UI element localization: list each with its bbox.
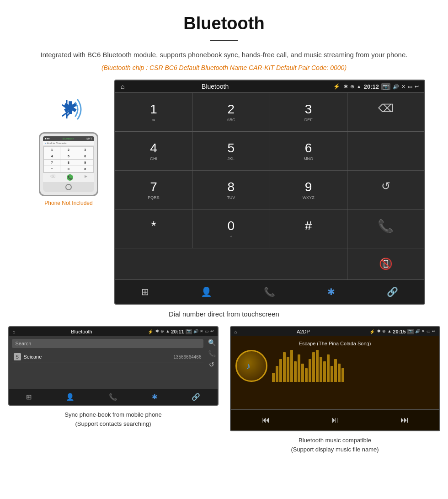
- nav-contacts-icon[interactable]: 👤: [201, 286, 212, 297]
- ms-signal-icon: ▲: [387, 329, 391, 334]
- refresh-side-icon[interactable]: ↺: [208, 361, 216, 368]
- phone-dialpad: 1 2 3 4 5 6 7 8 9 * 0 #: [43, 146, 94, 173]
- phonebook-list: Search S Seicane 13566664466: [9, 336, 206, 389]
- screen-bottom-nav: ⊞ 👤 📞 ✱ 🔗: [115, 279, 424, 304]
- eq-bar: [290, 350, 293, 382]
- contact-name: Seicane: [24, 354, 174, 359]
- music-album-area: ♪: [235, 350, 435, 382]
- pb-win-icon: ▭: [205, 329, 209, 334]
- call-side-icon[interactable]: 📞: [208, 350, 216, 357]
- dial-key-call-red[interactable]: 📵: [347, 248, 424, 279]
- eq-bar: [276, 366, 278, 382]
- album-art: ♪: [235, 350, 267, 382]
- dial-key-6[interactable]: 6MNO: [270, 132, 347, 170]
- phonebook-screen: ⌂ Bluetooth ⚡ ✱ ⊕ ▲ 20:11 📷 🔊 ✕ ▭ ↩: [8, 326, 219, 406]
- music-caption: Bluetooth music compatible (Support disp…: [291, 436, 379, 454]
- nav-dialpad-icon[interactable]: ⊞: [141, 286, 149, 297]
- phone-screen-header: ●●●BluetoothMYT: [43, 136, 94, 141]
- svg-text:♪: ♪: [246, 361, 251, 371]
- dial-key-refresh[interactable]: ↺: [347, 171, 424, 209]
- dial-key-7[interactable]: 7PQRS: [115, 171, 192, 209]
- phone-key-8: 8: [60, 160, 76, 166]
- eq-bar: [331, 366, 333, 382]
- phone-key-2: 2: [60, 147, 76, 153]
- pb-vol-icon: 🔊: [193, 329, 198, 334]
- pb-bt-icon: ✱: [155, 329, 159, 334]
- dial-key-call-green[interactable]: 📞: [347, 209, 424, 248]
- usb-icon: ⚡: [333, 83, 340, 90]
- phone-key-star: *: [44, 166, 60, 172]
- pb-nav-dialpad[interactable]: ⊞: [26, 393, 32, 401]
- eq-bar: [305, 368, 308, 382]
- phone-screen: ●●●BluetoothMYT + Add to Contacts 1 2 3 …: [43, 136, 94, 182]
- play-pause-button[interactable]: ⏯: [331, 415, 339, 425]
- dial-key-0[interactable]: 0+: [192, 209, 269, 248]
- search-bar[interactable]: Search: [12, 339, 203, 348]
- pb-cam-icon: 📷: [186, 329, 192, 334]
- ms-cam-icon: 📷: [407, 329, 414, 334]
- eq-bar: [338, 364, 341, 382]
- dial-key-backspace[interactable]: ⌫: [347, 93, 424, 131]
- eq-bar: [341, 368, 344, 382]
- eq-bar: [320, 357, 322, 382]
- pb-nav-bt[interactable]: ✱: [152, 393, 158, 401]
- pb-loc-icon: ⊕: [160, 329, 164, 334]
- dial-key-4[interactable]: 4GHI: [115, 132, 192, 170]
- pb-back-icon: ↩: [210, 329, 214, 334]
- back-icon: ↩: [415, 84, 419, 90]
- music-screen: ⌂ A2DP ⚡ ✱ ⊕ ▲ 20:15 📷 🔊 ✕ ▭ ↩ Escape (T…: [230, 326, 440, 431]
- right-icons-col: 🔍 📞 ↺: [206, 336, 218, 389]
- eq-bar: [334, 359, 337, 382]
- volume-icon: 🔊: [393, 84, 399, 90]
- phone-add-contact: + Add to Contacts: [43, 141, 94, 146]
- main-device-area: ✱ ●●●BluetoothMYT + Add to Contacts 1 2 …: [0, 80, 448, 305]
- ms-back-icon: ↩: [432, 329, 436, 334]
- dial-key-5[interactable]: 5JKL: [192, 132, 269, 170]
- dial-key-2[interactable]: 2ABC: [192, 93, 269, 131]
- dial-key-9[interactable]: 9WXYZ: [270, 171, 347, 209]
- dial-key-hash[interactable]: #: [270, 209, 347, 248]
- dial-key-3[interactable]: 3DEF: [270, 93, 347, 131]
- dial-key-star[interactable]: *: [115, 209, 192, 248]
- phone-key-9: 9: [77, 160, 93, 166]
- pb-nav-phone[interactable]: 📞: [109, 393, 117, 401]
- eq-bar: [309, 359, 311, 382]
- next-button[interactable]: ⏭: [400, 415, 409, 425]
- music-status-bar: ⌂ A2DP ⚡ ✱ ⊕ ▲ 20:15 📷 🔊 ✕ ▭ ↩: [231, 327, 439, 336]
- nav-link-icon[interactable]: 🔗: [387, 286, 398, 297]
- music-panel: ⌂ A2DP ⚡ ✱ ⊕ ▲ 20:15 📷 🔊 ✕ ▭ ↩ Escape (T…: [226, 326, 443, 454]
- pb-screen-title: Bluetooth: [18, 329, 146, 334]
- tech-specs-text: (Bluetooth chip : CSR BC6 Default Blueto…: [0, 64, 448, 71]
- location-icon: ⊕: [350, 84, 354, 90]
- dial-key-1[interactable]: 1∞: [115, 93, 192, 131]
- nav-phone-icon[interactable]: 📞: [264, 286, 275, 297]
- window-icon: ▭: [408, 84, 412, 90]
- ms-charge-icon: ⚡: [369, 329, 375, 334]
- eq-bar: [294, 361, 297, 382]
- pb-nav-contacts[interactable]: 👤: [66, 393, 75, 401]
- song-title: Escape (The Pina Colada Song): [299, 341, 371, 346]
- pb-signal-icon: ▲: [165, 329, 170, 334]
- ms-loc-icon: ⊕: [382, 329, 386, 334]
- eq-bar: [279, 359, 282, 382]
- page-title: Bluetooth: [0, 0, 448, 37]
- eq-bar: [323, 361, 326, 382]
- prev-button[interactable]: ⏮: [261, 415, 270, 425]
- close-icon: ✕: [401, 84, 405, 90]
- search-side-icon[interactable]: 🔍: [208, 339, 216, 346]
- phone-key-7: 7: [44, 160, 60, 166]
- music-controls: ⏮ ⏯ ⏭: [231, 409, 439, 430]
- dial-key-8[interactable]: 8TUV: [192, 171, 269, 209]
- screen-title-label: Bluetooth: [114, 83, 330, 90]
- pb-status-icons: ✱ ⊕ ▲ 20:11 📷 🔊 ✕ ▭ ↩: [155, 329, 213, 334]
- phone-key-4: 4: [44, 153, 60, 159]
- eq-bar: [327, 354, 330, 382]
- ms-home-icon: ⌂: [235, 329, 237, 334]
- ms-bt-icon: ✱: [377, 329, 381, 334]
- eq-bar: [287, 357, 289, 382]
- bluetooth-status-icon: ✱: [344, 84, 348, 90]
- pb-nav-link[interactable]: 🔗: [192, 393, 200, 401]
- music-content: Escape (The Pina Colada Song) ♪: [231, 336, 439, 409]
- nav-bluetooth-icon[interactable]: ✱: [327, 286, 335, 297]
- phone-key-hash: #: [77, 166, 93, 172]
